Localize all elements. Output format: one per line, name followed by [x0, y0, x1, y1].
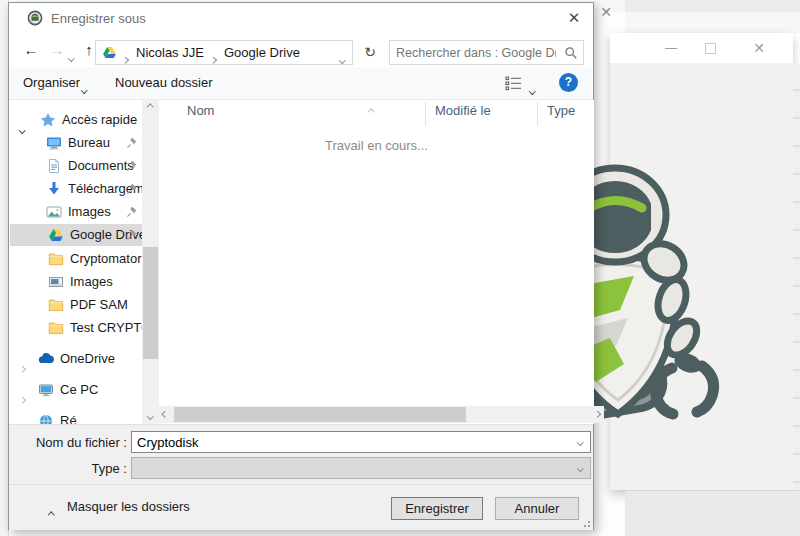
this-pc-icon: [38, 382, 54, 398]
folder-icon: [48, 320, 64, 336]
google-drive-icon: [48, 227, 64, 243]
background-titlebar: — ✕: [610, 33, 793, 63]
scroll-up-icon[interactable]: [142, 100, 159, 115]
list-horizontal-scrollbar[interactable]: [159, 406, 604, 423]
list-status-text: Travail en cours...: [159, 138, 594, 153]
sort-ascending-icon: [369, 102, 374, 117]
breadcrumb-separator-icon: [211, 50, 216, 65]
minimize-icon[interactable]: —: [662, 40, 680, 56]
search-box[interactable]: [389, 40, 584, 65]
sidebar-item-label[interactable]: Accès rapide: [62, 109, 137, 131]
sidebar-item-quick-access[interactable]: Accès rapide: [10, 109, 142, 131]
filetype-label: Type :: [9, 461, 127, 476]
download-icon: [46, 181, 62, 197]
pin-icon: [126, 137, 138, 149]
sidebar-item-cryptomator[interactable]: Cryptomator: [10, 248, 142, 270]
filename-label: Nom du fichier :: [9, 435, 127, 450]
help-icon[interactable]: ?: [559, 73, 578, 92]
filename-combobox[interactable]: [131, 431, 591, 453]
background-app-window: — ✕: [610, 33, 793, 490]
back-button[interactable]: ←: [19, 37, 43, 63]
sidebar-item-google-drive[interactable]: Google Drive: [10, 224, 142, 246]
maximize-icon[interactable]: [705, 43, 716, 54]
search-icon[interactable]: [564, 46, 578, 60]
sidebar-item-label[interactable]: Ce PC: [60, 379, 98, 401]
onedrive-icon: [38, 351, 54, 367]
sidebar-item-images[interactable]: Images: [10, 201, 142, 223]
view-mode-icon[interactable]: [505, 76, 522, 91]
sidebar-item-telechargements[interactable]: Téléchargem: [10, 178, 142, 200]
pin-icon: [126, 206, 138, 218]
column-divider[interactable]: [425, 102, 426, 126]
filetype-combobox[interactable]: [131, 457, 591, 479]
column-header-type[interactable]: Type: [547, 103, 575, 127]
address-dropdown-icon[interactable]: [340, 50, 345, 65]
scrollbar-thumb[interactable]: [143, 247, 158, 359]
sidebar-item-label[interactable]: Cryptomator: [70, 248, 142, 270]
refresh-icon[interactable]: ↻: [357, 40, 383, 65]
column-divider[interactable]: [537, 102, 538, 126]
sidebar-item-pdf-sam[interactable]: PDF SAM: [10, 294, 142, 316]
hide-folders-button[interactable]: Masquer les dossiers: [67, 499, 190, 514]
background-list-stripes: [793, 63, 800, 490]
sidebar-item-label[interactable]: Images: [70, 271, 113, 293]
scrollbar-thumb[interactable]: [174, 407, 466, 422]
sidebar-item-label[interactable]: Ré: [60, 410, 77, 424]
column-header-modifie-le[interactable]: Modifié le: [435, 103, 491, 127]
cancel-button[interactable]: Annuler: [495, 497, 579, 520]
sidebar-item-ce-pc[interactable]: Ce PC: [10, 379, 142, 401]
folder-icon: [48, 251, 64, 267]
search-input[interactable]: [396, 42, 556, 63]
breadcrumb-user[interactable]: Nicolas JJE: [136, 45, 204, 60]
address-bar[interactable]: Nicolas JJE Google Drive: [95, 40, 353, 65]
close-icon[interactable]: ✕: [750, 40, 768, 56]
scroll-down-icon[interactable]: [142, 409, 159, 424]
quick-access-star-icon: [40, 112, 56, 128]
save-button[interactable]: Enregistrer: [391, 497, 483, 520]
sidebar-item-label[interactable]: PDF SAM: [70, 294, 128, 316]
sidebar-item-bureau[interactable]: Bureau: [10, 132, 142, 154]
pin-icon: [126, 229, 138, 241]
scroll-right-icon[interactable]: [591, 406, 604, 423]
sidebar-item-images-gd[interactable]: Images: [10, 271, 142, 293]
sidebar-item-label[interactable]: OneDrive: [60, 348, 115, 370]
forward-button[interactable]: →: [45, 37, 69, 63]
filename-dropdown-icon[interactable]: [570, 432, 590, 452]
sidebar-item-label[interactable]: Images: [68, 201, 111, 223]
expand-chevron-icon[interactable]: [20, 356, 25, 378]
file-list[interactable]: Nom Modifié le Type Travail en cours...: [159, 100, 594, 424]
expand-chevron-icon[interactable]: [20, 387, 25, 409]
background-bottom-surface: [625, 490, 800, 536]
organize-menu[interactable]: Organiser: [23, 75, 80, 90]
google-drive-icon: [102, 45, 117, 60]
view-dropdown-icon[interactable]: [530, 81, 535, 96]
sidebar-item-reseau[interactable]: Ré: [10, 410, 142, 424]
column-header-nom[interactable]: Nom: [187, 103, 214, 127]
dialog-titlebar[interactable]: Enregistrer sous ✕: [9, 3, 593, 33]
navigation-pane: Accès rapide Bureau: [10, 100, 142, 424]
pictures-icon: [46, 204, 62, 220]
sidebar-item-test-cryptomator[interactable]: Test CRYPTOMA: [10, 317, 142, 339]
screen: ✕ — ✕: [0, 0, 800, 536]
sidebar-item-label[interactable]: Test CRYPTOMA: [70, 317, 142, 339]
sidebar-item-documents[interactable]: Documents: [10, 155, 142, 177]
pictures-alt-icon: [48, 274, 64, 290]
resize-grip[interactable]: [580, 517, 590, 527]
organize-dropdown-icon[interactable]: [82, 80, 87, 95]
sidebar-item-onedrive[interactable]: OneDrive: [10, 348, 142, 370]
scroll-left-icon[interactable]: [159, 406, 172, 423]
background-close-icon[interactable]: ✕: [598, 4, 614, 20]
filename-input[interactable]: [137, 433, 557, 451]
sidebar-item-label[interactable]: Bureau: [68, 132, 110, 154]
new-folder-button[interactable]: Nouveau dossier: [115, 75, 213, 90]
filetype-dropdown-icon[interactable]: [570, 458, 590, 478]
pin-icon: [126, 160, 138, 172]
dialog-footer: Masquer les dossiers Enregistrer Annuler: [9, 484, 593, 530]
history-dropdown-icon[interactable]: [69, 48, 74, 63]
network-icon: [38, 413, 54, 424]
breadcrumb-google-drive[interactable]: Google Drive: [224, 45, 300, 60]
sidebar-scrollbar[interactable]: [142, 100, 159, 424]
pin-icon: [126, 183, 138, 195]
sidebar-item-label[interactable]: Documents: [68, 155, 134, 177]
dialog-close-icon[interactable]: ✕: [561, 7, 587, 29]
